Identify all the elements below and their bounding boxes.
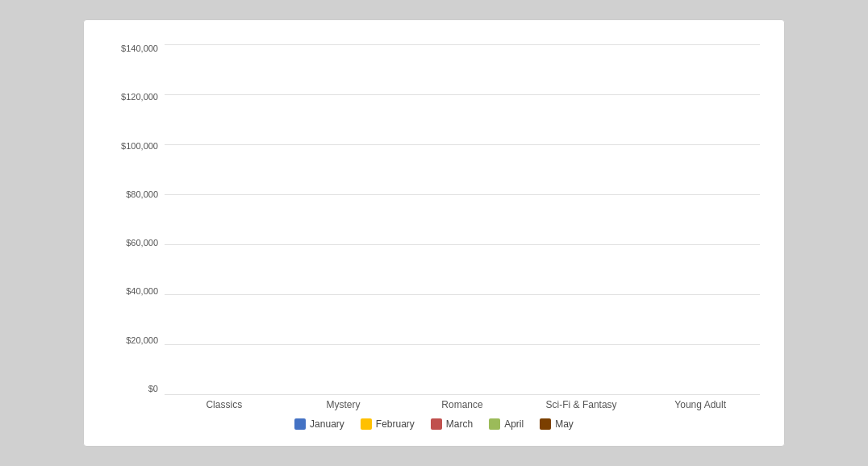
x-axis-label: Sci-Fi & Fantasy: [522, 399, 641, 410]
x-axis-label: Mystery: [284, 399, 403, 410]
legend-color-swatch: [540, 418, 551, 430]
legend-color-swatch: [431, 418, 442, 430]
plot-area: $0$20,000$40,000$60,000$80,000$100,000$1…: [108, 44, 760, 395]
bars-row: [165, 44, 760, 395]
legend-item: February: [361, 418, 415, 430]
x-axis-label: Young Adult: [641, 399, 760, 410]
legend-label: March: [446, 418, 473, 430]
y-axis-label: $40,000: [108, 287, 165, 296]
legend-item: April: [489, 418, 524, 430]
legend-label: January: [310, 418, 344, 430]
y-axis-label: $0: [108, 385, 165, 393]
bars-and-grid: [165, 44, 760, 395]
legend-item: May: [540, 418, 574, 430]
y-axis-label: $100,000: [108, 142, 165, 151]
legend-color-swatch: [489, 418, 500, 430]
legend-label: May: [555, 418, 574, 430]
chart-area: $0$20,000$40,000$60,000$80,000$100,000$1…: [108, 44, 760, 430]
y-axis-label: $80,000: [108, 190, 165, 199]
legend-color-swatch: [361, 418, 372, 430]
legend-item: January: [294, 418, 344, 430]
y-axis-label: $120,000: [108, 93, 165, 102]
x-labels: ClassicsMysteryRomanceSci-Fi & FantasyYo…: [108, 399, 760, 410]
y-axis-label: $140,000: [108, 44, 165, 53]
legend-item: March: [431, 418, 473, 430]
legend-color-swatch: [294, 418, 306, 430]
legend-label: April: [504, 418, 524, 430]
y-axis-label: $60,000: [108, 239, 165, 248]
legend-label: February: [376, 418, 415, 430]
x-axis-label: Classics: [165, 399, 284, 410]
legend: JanuaryFebruaryMarchAprilMay: [108, 418, 760, 430]
y-axis-label: $20,000: [108, 336, 165, 345]
x-axis-label: Romance: [403, 399, 522, 410]
y-axis: $0$20,000$40,000$60,000$80,000$100,000$1…: [108, 44, 165, 395]
chart-container: $0$20,000$40,000$60,000$80,000$100,000$1…: [83, 19, 785, 447]
